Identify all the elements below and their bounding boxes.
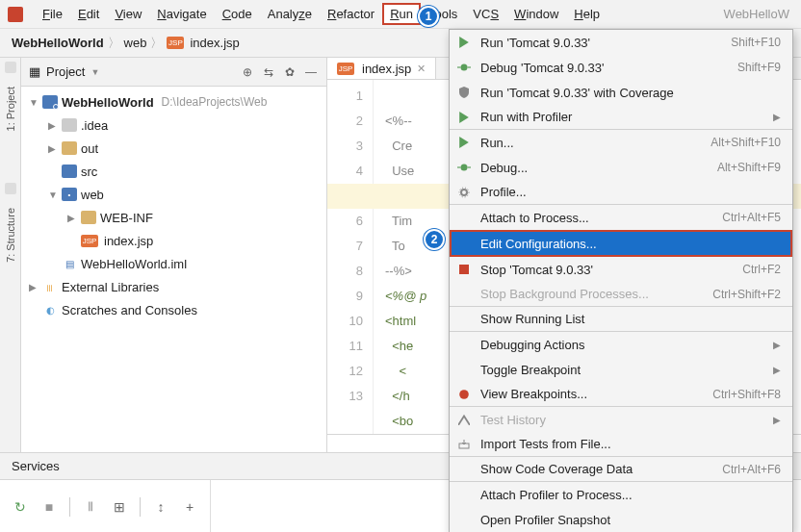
menu-item-toggle-breakpoint[interactable]: Toggle Breakpoint ▶ — [450, 357, 792, 382]
folder-icon: ▦ — [29, 64, 40, 79]
expand-icon[interactable]: ↕ — [152, 498, 169, 516]
add-icon[interactable]: + — [181, 498, 198, 516]
chevron-right-icon: 〉 — [150, 35, 163, 52]
menu-help[interactable]: Help — [566, 3, 607, 25]
menubar: File Edit View Navigate Code Analyze Ref… — [0, 0, 801, 29]
svg-point-3 — [461, 165, 468, 171]
menu-item-show-running-list[interactable]: Show Running List — [450, 307, 792, 332]
breadcrumb-web[interactable]: web — [124, 36, 147, 50]
breadcrumb-file[interactable]: index.jsp — [190, 36, 239, 50]
menu-navigate[interactable]: Navigate — [149, 3, 214, 25]
jsp-file-icon: JSP — [81, 235, 98, 247]
menu-item-attach-to-process[interactable]: Attach to Process... Ctrl+Alt+F5 — [450, 205, 792, 230]
expand-icon[interactable]: ⇆ — [261, 64, 276, 80]
menu-item-profile[interactable]: Profile... — [450, 180, 792, 205]
tree-indexjsp[interactable]: JSP index.jsp — [21, 229, 326, 252]
tree-out[interactable]: ▶ out — [21, 137, 326, 160]
tree-src[interactable]: src — [21, 160, 326, 183]
chevron-down-icon: ▼ — [48, 190, 58, 200]
library-icon: ⫼ — [42, 280, 58, 293]
menu-code[interactable]: Code — [215, 3, 260, 25]
folder-icon — [81, 211, 96, 224]
tree-icon[interactable]: ⊞ — [111, 498, 128, 516]
dot-icon — [455, 387, 473, 402]
tree-scratches[interactable]: ◐ Scratches and Consoles — [21, 298, 326, 321]
breadcrumb-root[interactable]: WebHelloWorld — [12, 36, 104, 50]
menu-item-attach-profiler-to-process[interactable]: Attach Profiler to Process... — [450, 482, 792, 507]
side-tab-structure[interactable]: 7: Structure — [3, 198, 18, 272]
menu-vcs[interactable]: VCS — [465, 3, 506, 25]
filter-icon[interactable]: ⫴ — [82, 498, 99, 516]
collapse-icon[interactable]: ⊕ — [240, 64, 255, 80]
dropdown-icon[interactable]: ▼ — [90, 67, 99, 77]
play-icon — [455, 35, 473, 50]
blank-icon — [455, 312, 473, 327]
menu-item-open-profiler-snapshot[interactable]: Open Profiler Snapshot — [450, 507, 792, 532]
rerun-icon[interactable]: ↻ — [12, 498, 29, 516]
menu-item-debugging-actions[interactable]: Debugging Actions ▶ — [450, 332, 792, 357]
menu-item-run[interactable]: Run... Alt+Shift+F10 — [450, 130, 792, 155]
bug-icon — [455, 160, 473, 175]
chevron-right-icon: 〉 — [108, 35, 120, 52]
menu-item-show-code-coverage-data[interactable]: Show Code Coverage Data Ctrl+Alt+F6 — [450, 457, 792, 482]
menu-item-debug[interactable]: Debug... Alt+Shift+F9 — [450, 155, 792, 180]
jsp-file-icon: JSP — [167, 37, 184, 49]
editor-tab-indexjsp[interactable]: JSP index.jsp ✕ — [327, 58, 436, 79]
play-icon — [455, 135, 473, 150]
app-icon — [8, 7, 23, 22]
tree-libs[interactable]: ▶ ⫼ External Libraries — [21, 275, 326, 298]
menu-item-stop-tomcat-9-0-33[interactable]: Stop 'Tomcat 9.0.33' Ctrl+F2 — [450, 257, 792, 282]
menu-item-debug-tomcat-9-0-33[interactable]: Debug 'Tomcat 9.0.33' Shift+F9 — [450, 55, 792, 80]
bug-icon — [455, 60, 473, 75]
folder-icon: • — [62, 188, 77, 201]
stop-icon[interactable]: ■ — [40, 498, 58, 516]
menu-edit[interactable]: Edit — [70, 3, 107, 25]
blank-icon — [455, 236, 473, 251]
menu-view[interactable]: View — [107, 3, 149, 25]
window-title: WebHelloW — [724, 7, 793, 21]
menu-analyze[interactable]: Analyze — [260, 3, 320, 25]
submenu-arrow-icon: ▶ — [773, 112, 781, 122]
blank-icon — [455, 462, 473, 477]
left-gutter: 1: Project 7: Structure — [0, 58, 21, 452]
project-tree: ▼ WebHelloWorld D:\IdeaProjects\Web ▶ .i… — [21, 87, 326, 325]
side-tab-project[interactable]: 1: Project — [3, 77, 18, 140]
tree-iml[interactable]: ▤ WebHelloWorld.iml — [21, 252, 326, 275]
hide-icon[interactable]: — — [303, 64, 319, 80]
gutter-icon[interactable] — [5, 62, 16, 73]
chevron-right-icon: ▶ — [29, 282, 39, 292]
close-icon[interactable]: ✕ — [417, 63, 426, 75]
tree-webinf[interactable]: ▶ WEB-INF — [21, 206, 326, 229]
blank-icon — [455, 337, 473, 352]
menu-item-view-breakpoints[interactable]: View Breakpoints... Ctrl+Shift+F8 — [450, 382, 792, 407]
svg-point-0 — [461, 64, 468, 71]
tree-idea[interactable]: ▶ .idea — [21, 114, 326, 137]
chevron-right-icon: ▶ — [67, 213, 77, 223]
gear-icon — [455, 185, 473, 200]
menu-item-import-tests-from-file[interactable]: Import Tests from File... — [450, 432, 792, 457]
module-icon — [42, 95, 58, 109]
gutter-icon[interactable] — [5, 183, 16, 194]
tree-root[interactable]: ▼ WebHelloWorld D:\IdeaProjects\Web — [21, 90, 326, 114]
svg-point-9 — [459, 390, 469, 399]
menu-refactor[interactable]: Refactor — [320, 3, 382, 25]
menu-item-run-with-profiler[interactable]: Run with Profiler ▶ — [450, 105, 792, 130]
menu-file[interactable]: File — [35, 3, 70, 25]
gear-icon[interactable]: ✿ — [282, 64, 297, 80]
menu-window[interactable]: Window — [506, 3, 566, 25]
services-toolbar: ↻ ■ ⫴ ⊞ ↕ + — [0, 480, 210, 532]
menu-item-edit-configurations[interactable]: Edit Configurations... — [450, 230, 792, 257]
blank-icon — [455, 487, 473, 502]
run-context-menu: Run 'Tomcat 9.0.33' Shift+F10 Debug 'Tom… — [449, 29, 793, 532]
menu-run[interactable]: Run — [382, 3, 421, 25]
menu-item-run-tomcat-9-0-33[interactable]: Run 'Tomcat 9.0.33' Shift+F10 — [450, 30, 792, 55]
iml-file-icon: ▤ — [62, 257, 77, 270]
menu-item-run-tomcat-9-0-33-with-coverage[interactable]: Run 'Tomcat 9.0.33' with Coverage — [450, 80, 792, 105]
blank-icon — [455, 210, 473, 225]
project-panel: ▦ Project ▼ ⊕ ⇆ ✿ — ▼ WebHelloWorld D:\I… — [21, 58, 327, 452]
project-panel-header: ▦ Project ▼ ⊕ ⇆ ✿ — — [21, 58, 326, 87]
menu-item-test-history: Test History ▶ — [450, 407, 792, 432]
tree-web[interactable]: ▼ • web — [21, 183, 326, 206]
tray-icon — [455, 437, 473, 452]
folder-icon — [62, 141, 77, 155]
